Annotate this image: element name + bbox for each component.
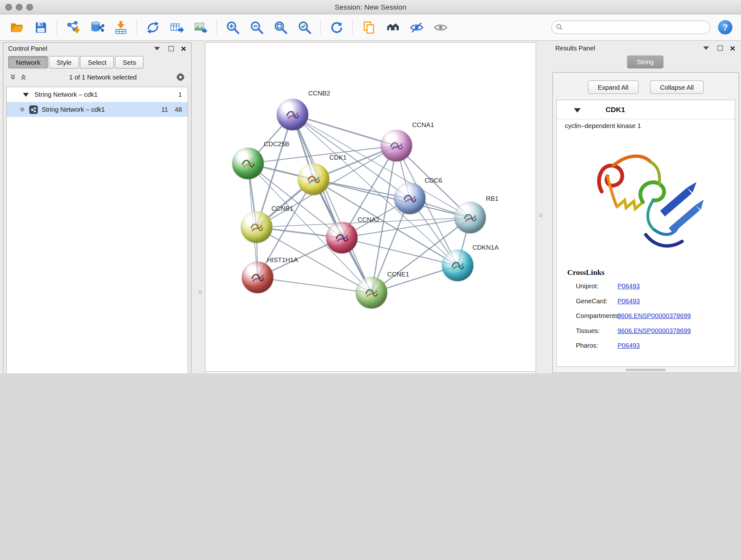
open-session-button[interactable] (6, 17, 27, 38)
zoom-fit-icon (273, 20, 288, 35)
crosslink-row: GeneCard: P06493 (557, 294, 735, 309)
apply-layout-button[interactable] (326, 17, 347, 38)
import-network-from-database-icon (89, 20, 105, 35)
collapse-all-icon[interactable] (9, 73, 17, 81)
network-node-cdkn1a[interactable] (442, 250, 474, 281)
network-overview-button[interactable] (382, 17, 403, 38)
string-results-tab[interactable]: String (627, 56, 664, 69)
network-node-ccna1[interactable] (381, 130, 412, 162)
network-view: CCNB2CCNA1CDC25BCDK1CDC6RB1CCNB1CCNA2CDK… (205, 42, 536, 373)
network-node-ccna2[interactable] (326, 222, 358, 253)
network-collection-label: String Network – cdk1 (35, 91, 172, 98)
protein-card-header[interactable]: CDK1 (557, 100, 735, 119)
network-node-label: HIST1H1A (267, 256, 298, 264)
network-node-label: CDC6 (425, 177, 442, 184)
network-node-ccne1[interactable] (356, 277, 387, 308)
network-node-cdc25b[interactable] (232, 147, 264, 179)
gear-icon[interactable] (176, 72, 185, 82)
expand-all-icon[interactable] (20, 73, 27, 81)
network-node-hist1h1a[interactable] (242, 261, 273, 293)
import-network-from-database-button[interactable] (86, 17, 107, 38)
protein-ribbon-thumbnail (332, 228, 352, 248)
tree-caret-icon[interactable] (23, 92, 29, 97)
crosslink-link[interactable]: P06493 (617, 298, 640, 305)
panel-float-icon[interactable] (718, 45, 723, 51)
panel-menu-icon[interactable] (703, 46, 709, 50)
eye-icon (433, 20, 448, 35)
network-node-label: CDKN1A (473, 244, 499, 251)
export-image-icon (193, 20, 208, 35)
zoom-selected-button[interactable] (294, 17, 315, 38)
export-network-button[interactable] (142, 17, 163, 38)
crosslink-label: Pharos: (557, 342, 618, 349)
zoom-out-button[interactable] (246, 17, 267, 38)
hide-glass-effect-button[interactable] (406, 17, 427, 38)
protein-ribbon-thumbnail (248, 267, 268, 287)
protein-ribbon-thumbnail (282, 105, 302, 125)
network-summary-row: 1 of 1 Network selected (3, 70, 191, 85)
network-node-cdc6[interactable] (394, 183, 426, 214)
network-node-ccnb2[interactable] (277, 99, 308, 130)
panel-close-icon[interactable]: × (181, 44, 186, 53)
export-table-icon (169, 20, 184, 35)
string-results-box: Expand All Collapse All CDK1 cyclin–depe… (552, 72, 739, 373)
network-status-dot (20, 107, 24, 112)
search-input[interactable] (551, 21, 711, 34)
vertical-splitter-handle-right[interactable] (539, 213, 542, 217)
protein-ribbon-thumbnail (448, 255, 468, 275)
export-image-button[interactable] (190, 17, 211, 38)
network-edges-layer (205, 43, 536, 371)
titlebar: Session: New Session (0, 0, 741, 14)
help-button[interactable]: ? (718, 20, 732, 35)
show-glass-effect-button[interactable] (430, 17, 451, 38)
import-table-from-file-button[interactable] (110, 17, 131, 38)
network-node-cdk1[interactable] (298, 164, 329, 195)
panel-close-icon[interactable]: × (730, 44, 735, 53)
window-title: Session: New Session (0, 0, 741, 14)
search-field-wrap (551, 21, 711, 34)
crosslink-label: Compartments: (557, 312, 618, 320)
tab-network[interactable]: Network (8, 56, 48, 69)
network-node-label: CCNA2 (358, 216, 380, 224)
network-row[interactable]: String Network – cdk1 11 48 (7, 102, 188, 117)
export-table-button[interactable] (166, 17, 187, 38)
zoom-in-button[interactable] (222, 17, 243, 38)
protein-ribbon-thumbnail (304, 169, 324, 189)
import-network-from-file-button[interactable] (62, 17, 83, 38)
crosslink-row: Compartments: 9606.ENSP00000378699 (557, 308, 735, 323)
panel-float-icon[interactable] (169, 46, 174, 51)
save-session-button[interactable] (30, 17, 51, 38)
network-node-label: CCNE1 (387, 271, 409, 278)
network-collection-count: 1 (179, 91, 182, 98)
tab-select[interactable]: Select (80, 56, 114, 69)
copy-button[interactable] (358, 17, 379, 38)
collapse-all-button[interactable]: Collapse All (650, 80, 704, 94)
import-table-from-file-icon (113, 20, 128, 35)
zoom-fit-button[interactable] (270, 17, 291, 38)
vertical-splitter-handle-left[interactable] (199, 291, 202, 294)
crosslink-link[interactable]: P06493 (617, 283, 640, 290)
network-node-ccnb1[interactable] (241, 211, 273, 243)
network-node-count: 11 (161, 106, 168, 113)
collapse-caret-icon[interactable] (574, 108, 581, 113)
tab-style[interactable]: Style (49, 56, 79, 69)
crosslink-link[interactable]: 9606.ENSP00000378699 (617, 312, 691, 320)
results-panel-header: Results Panel × (550, 42, 740, 54)
network-selected-summary: 1 of 1 Network selected (30, 73, 176, 81)
network-canvas[interactable]: CCNB2CCNA1CDC25BCDK1CDC6RB1CCNB1CCNA2CDK… (205, 42, 536, 371)
expand-all-button[interactable]: Expand All (588, 80, 638, 94)
network-node-rb1[interactable] (455, 202, 486, 233)
crosslink-row: Tissues: 9606.ENSP00000378699 (557, 323, 735, 338)
crosslink-link[interactable]: 9606.ENSP00000378699 (617, 327, 691, 334)
results-scrollbar[interactable] (626, 369, 666, 371)
crosslink-link[interactable]: P06493 (617, 342, 640, 349)
tab-sets[interactable]: Sets (115, 56, 144, 69)
network-collection-row[interactable]: String Network – cdk1 1 (7, 87, 188, 102)
results-panel: Results Panel × String Expand All Collap… (550, 42, 740, 373)
open-session-icon (9, 20, 24, 35)
results-panel-title: Results Panel (555, 44, 595, 52)
crosslinks-heading: CrossLinks (557, 260, 735, 279)
crosslink-label: Uniprot: (557, 283, 618, 290)
panel-menu-icon[interactable] (154, 47, 160, 50)
network-node-label: CCNB2 (308, 90, 330, 97)
